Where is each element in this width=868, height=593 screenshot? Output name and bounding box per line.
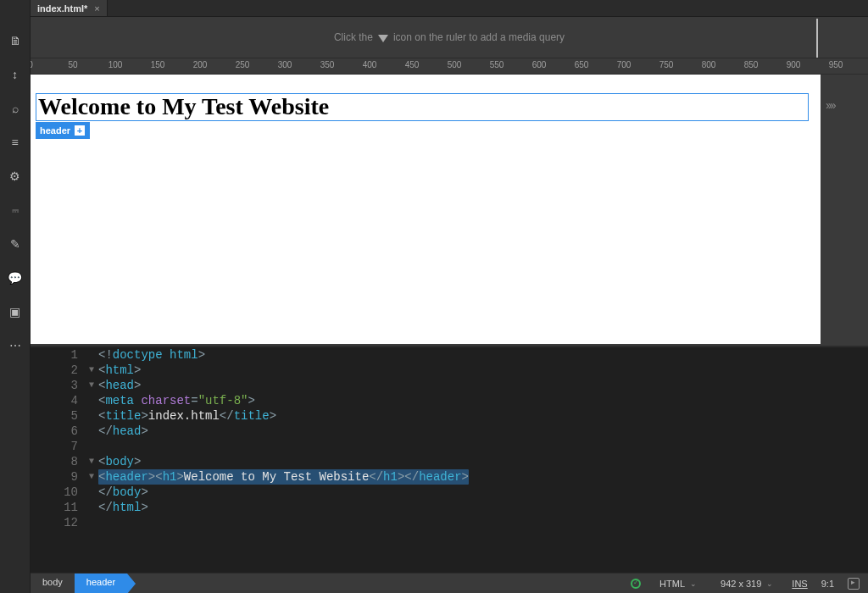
- file-tab-bar: index.html* ×: [31, 0, 868, 17]
- settings-icon[interactable]: ⚙: [7, 168, 24, 185]
- preview-heading[interactable]: Welcome to My Test Website: [36, 93, 809, 121]
- ruler-tick: 450: [405, 60, 420, 69]
- status-bar: body header HTML ⌄ 942 x 319 ⌄ INS 9:1: [31, 573, 868, 593]
- ruler-tick: 550: [490, 60, 504, 69]
- ruler-tick: 0: [31, 60, 33, 69]
- line-number: 3: [31, 378, 85, 393]
- ruler-tick: 400: [363, 60, 377, 69]
- list-icon[interactable]: ≡: [7, 134, 24, 151]
- file-new-icon[interactable]: 🗎: [7, 32, 24, 49]
- code-content[interactable]: <html>: [98, 363, 141, 378]
- viewport-size-select[interactable]: 942 x 319 ⌄: [715, 577, 778, 590]
- line-number: 4: [31, 393, 85, 408]
- hint-text-before: Click the: [334, 31, 373, 43]
- more-icon[interactable]: ⋯: [7, 337, 24, 354]
- line-number: 5: [31, 408, 85, 424]
- code-content[interactable]: </html>: [98, 500, 148, 515]
- caret-position: 9:1: [821, 579, 834, 589]
- ruler-tick: 800: [702, 60, 716, 69]
- line-number: 6: [31, 424, 85, 439]
- ruler[interactable]: 0501001502002503003504004505005506006507…: [31, 58, 868, 75]
- code-line[interactable]: 4<meta charset="utf-8">: [31, 393, 868, 408]
- ruler-tick: 750: [659, 60, 674, 69]
- file-tab-label: index.html*: [37, 3, 87, 14]
- breadcrumb-body[interactable]: body: [31, 574, 75, 593]
- line-number: 9: [31, 469, 85, 485]
- sync-icon[interactable]: ↕: [7, 66, 24, 83]
- fold-toggle-icon[interactable]: ▼: [85, 454, 98, 469]
- fold-toggle-icon[interactable]: ▼: [85, 363, 98, 378]
- fold-toggle-icon[interactable]: ▼: [85, 469, 98, 485]
- ruler-tick: 950: [829, 60, 843, 69]
- ruler-tick: 500: [448, 60, 462, 69]
- code-content[interactable]: <head>: [98, 378, 141, 393]
- line-number: 8: [31, 454, 85, 469]
- live-preview[interactable]: Welcome to My Test Website header + ››››: [31, 75, 821, 344]
- code-line[interactable]: 11</html>: [31, 500, 868, 515]
- ruler-tick: 850: [744, 60, 759, 69]
- language-select[interactable]: HTML ⌄: [654, 577, 702, 590]
- code-editor[interactable]: 1<!doctype html>2▼<html>3▼<head>4<meta c…: [31, 346, 868, 573]
- line-number: 12: [31, 515, 85, 530]
- code-line[interactable]: 3▼<head>: [31, 378, 868, 393]
- code-content[interactable]: </body>: [98, 485, 148, 500]
- breadcrumb-header[interactable]: header: [75, 574, 127, 593]
- devices-icon[interactable]: ▣: [7, 303, 24, 320]
- code-content[interactable]: </head>: [98, 424, 148, 439]
- line-number: 2: [31, 363, 85, 378]
- add-rule-icon[interactable]: +: [74, 125, 86, 136]
- connector-icon[interactable]: ⎓: [7, 202, 24, 219]
- dom-breadcrumb: body header: [31, 574, 127, 593]
- ruler-tick: 200: [193, 60, 208, 69]
- code-content[interactable]: <meta charset="utf-8">: [98, 393, 255, 408]
- fold-toggle-icon[interactable]: ▼: [85, 378, 98, 393]
- code-line[interactable]: 1<!doctype html>: [31, 347, 868, 363]
- brush-icon[interactable]: ✎: [7, 236, 24, 252]
- chevron-down-icon: ⌄: [766, 579, 773, 588]
- code-line[interactable]: 7: [31, 439, 868, 454]
- viewport-size-label: 942 x 319: [721, 579, 761, 589]
- line-number: 10: [31, 485, 85, 500]
- inspect-icon[interactable]: ⌕: [7, 100, 24, 117]
- expand-right-icon[interactable]: ››››: [826, 98, 835, 112]
- insert-mode[interactable]: INS: [792, 579, 807, 589]
- ruler-tick: 600: [532, 60, 547, 69]
- ruler-tick: 50: [68, 60, 77, 69]
- code-content[interactable]: <!doctype html>: [98, 347, 205, 363]
- code-content[interactable]: <body>: [98, 454, 141, 469]
- ruler-tick: 900: [787, 60, 801, 69]
- code-line[interactable]: 12: [31, 515, 868, 530]
- language-label: HTML: [659, 579, 685, 589]
- code-content[interactable]: <header><h1>Welcome to My Test Website</…: [98, 469, 469, 485]
- ruler-tick: 300: [278, 60, 292, 69]
- close-icon[interactable]: ×: [94, 3, 99, 14]
- ruler-tick: 150: [151, 60, 165, 69]
- ruler-tick: 700: [617, 60, 632, 69]
- code-line[interactable]: 10</body>: [31, 485, 868, 500]
- ruler-tick: 100: [108, 60, 123, 69]
- selection-tag-label[interactable]: header +: [36, 122, 90, 139]
- code-line[interactable]: 9▼<header><h1>Welcome to My Test Website…: [31, 469, 868, 485]
- code-line[interactable]: 2▼<html>: [31, 363, 868, 378]
- line-number: 7: [31, 439, 85, 454]
- chevron-down-icon: ⌄: [690, 579, 697, 588]
- file-tab-index[interactable]: index.html* ×: [31, 0, 108, 16]
- code-content[interactable]: <title>index.html</title>: [98, 408, 276, 424]
- media-query-hint: Click the icon on the ruler to add a med…: [31, 17, 868, 58]
- ruler-tick: 350: [320, 60, 335, 69]
- ruler-tick: 650: [575, 60, 589, 69]
- selection-tag-text: header: [40, 125, 70, 136]
- code-line[interactable]: 8▼<body>: [31, 454, 868, 469]
- code-line[interactable]: 5<title>index.html</title>: [31, 408, 868, 424]
- triangle-icon: [378, 35, 388, 42]
- ruler-tick: 250: [236, 60, 250, 69]
- hint-text-after: icon on the ruler to add a media query: [393, 31, 565, 43]
- code-line[interactable]: 6</head>: [31, 424, 868, 439]
- line-number: 11: [31, 500, 85, 515]
- preview-in-browser-icon[interactable]: [848, 578, 860, 590]
- status-ok-icon[interactable]: [631, 579, 641, 589]
- comment-icon[interactable]: 💬: [7, 269, 24, 286]
- left-toolbar: 🗎 ↕ ⌕ ≡ ⚙ ⎓ ✎ 💬 ▣ ⋯: [0, 0, 31, 593]
- line-number: 1: [31, 347, 85, 363]
